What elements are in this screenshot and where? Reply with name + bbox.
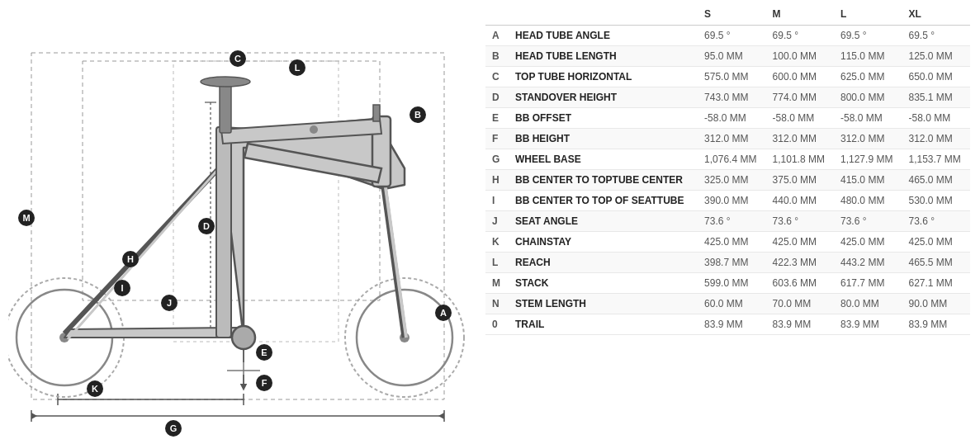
svg-text:D: D: [203, 221, 210, 231]
row-value-xl: 69.5 °: [902, 26, 970, 46]
svg-rect-38: [220, 82, 231, 133]
row-value-m: 312.0 MM: [766, 129, 834, 149]
row-value-l: 80.0 MM: [834, 294, 902, 314]
row-value-xl: 627.1 MM: [902, 273, 970, 294]
row-value-s: 575.0 MM: [698, 67, 765, 87]
col-header-id: [485, 3, 509, 26]
svg-point-35: [232, 326, 255, 349]
row-value-m: 440.0 MM: [766, 191, 834, 211]
row-value-xl: 90.0 MM: [902, 294, 970, 314]
row-value-s: 73.6 °: [698, 211, 765, 232]
row-value-l: 625.0 MM: [834, 67, 902, 87]
row-value-l: 83.9 MM: [834, 314, 902, 335]
row-value-m: 600.0 MM: [766, 67, 834, 87]
row-value-m: 375.0 MM: [766, 170, 834, 191]
table-header-row: S M L XL: [485, 3, 970, 26]
row-value-m: 774.0 MM: [766, 87, 834, 108]
row-measurement-name: REACH: [509, 253, 698, 273]
row-measurement-name: BB OFFSET: [509, 108, 698, 129]
table-row: GWHEEL BASE1,076.4 MM1,101.8 MM1,127.9 M…: [485, 149, 970, 170]
row-value-m: -58.0 MM: [766, 108, 834, 129]
row-id: 0: [485, 314, 509, 335]
row-value-l: 617.7 MM: [834, 273, 902, 294]
row-value-s: 390.0 MM: [698, 191, 765, 211]
row-measurement-name: BB CENTER TO TOPTUBE CENTER: [509, 170, 698, 191]
svg-line-28: [68, 168, 219, 339]
table-row: KCHAINSTAY425.0 MM425.0 MM425.0 MM425.0 …: [485, 232, 970, 253]
row-value-m: 73.6 °: [766, 211, 834, 232]
row-id: F: [485, 129, 509, 149]
row-value-l: 115.0 MM: [834, 46, 902, 67]
table-row: IBB CENTER TO TOP OF SEATTUBE390.0 MM440…: [485, 191, 970, 211]
row-value-xl: 465.5 MM: [902, 253, 970, 273]
svg-text:L: L: [295, 63, 301, 73]
row-measurement-name: BB HEIGHT: [509, 129, 698, 149]
svg-point-39: [201, 77, 250, 87]
svg-line-30: [386, 187, 406, 338]
table-row: MSTACK599.0 MM603.6 MM617.7 MM627.1 MM: [485, 273, 970, 294]
row-measurement-name: TRAIL: [509, 314, 698, 335]
row-measurement-name: CHAINSTAY: [509, 232, 698, 253]
row-id: H: [485, 170, 509, 191]
row-measurement-name: HEAD TUBE LENGTH: [509, 46, 698, 67]
row-value-s: 312.0 MM: [698, 129, 765, 149]
table-row: DSTANDOVER HEIGHT743.0 MM774.0 MM800.0 M…: [485, 87, 970, 108]
row-id: C: [485, 67, 509, 87]
svg-text:F: F: [262, 378, 267, 388]
row-value-s: -58.0 MM: [698, 108, 765, 129]
row-value-s: 60.0 MM: [698, 294, 765, 314]
row-value-l: 800.0 MM: [834, 87, 902, 108]
row-value-m: 70.0 MM: [766, 294, 834, 314]
row-id: D: [485, 87, 509, 108]
row-id: B: [485, 46, 509, 67]
row-value-s: 69.5 °: [698, 26, 765, 46]
row-value-xl: 530.0 MM: [902, 191, 970, 211]
svg-text:C: C: [234, 54, 241, 64]
row-value-m: 425.0 MM: [766, 232, 834, 253]
row-measurement-name: STANDOVER HEIGHT: [509, 87, 698, 108]
row-id: L: [485, 253, 509, 273]
row-measurement-name: HEAD TUBE ANGLE: [509, 26, 698, 46]
row-value-m: 1,101.8 MM: [766, 149, 834, 170]
row-value-l: 1,127.9 MM: [834, 149, 902, 170]
row-value-m: 603.6 MM: [766, 273, 834, 294]
svg-text:M: M: [22, 213, 30, 223]
row-value-xl: 425.0 MM: [902, 232, 970, 253]
row-value-s: 1,076.4 MM: [698, 149, 765, 170]
table-row: NSTEM LENGTH60.0 MM70.0 MM80.0 MM90.0 MM: [485, 294, 970, 314]
row-id: E: [485, 108, 509, 129]
row-value-xl: 835.1 MM: [902, 87, 970, 108]
svg-rect-32: [216, 127, 231, 338]
row-value-s: 398.7 MM: [698, 253, 765, 273]
table-row: HBB CENTER TO TOPTUBE CENTER325.0 MM375.…: [485, 170, 970, 191]
bike-svg: A B C D E F G H I: [8, 7, 471, 437]
row-id: J: [485, 211, 509, 232]
row-measurement-name: STEM LENGTH: [509, 294, 698, 314]
row-value-xl: 312.0 MM: [902, 129, 970, 149]
row-measurement-name: SEAT ANGLE: [509, 211, 698, 232]
row-measurement-name: WHEEL BASE: [509, 149, 698, 170]
table-row: LREACH398.7 MM422.3 MM443.2 MM465.5 MM: [485, 253, 970, 273]
table-row: 0TRAIL83.9 MM83.9 MM83.9 MM83.9 MM: [485, 314, 970, 335]
row-id: G: [485, 149, 509, 170]
svg-marker-10: [31, 413, 37, 419]
row-id: M: [485, 273, 509, 294]
col-header-l: L: [834, 3, 902, 26]
row-value-l: -58.0 MM: [834, 108, 902, 129]
table-row: FBB HEIGHT312.0 MM312.0 MM312.0 MM312.0 …: [485, 129, 970, 149]
row-value-m: 100.0 MM: [766, 46, 834, 67]
row-measurement-name: STACK: [509, 273, 698, 294]
svg-point-37: [310, 125, 318, 134]
row-value-m: 422.3 MM: [766, 253, 834, 273]
svg-text:A: A: [440, 308, 447, 318]
row-measurement-name: BB CENTER TO TOP OF SEATTUBE: [509, 191, 698, 211]
row-value-l: 480.0 MM: [834, 191, 902, 211]
row-value-xl: 465.0 MM: [902, 170, 970, 191]
row-value-l: 312.0 MM: [834, 129, 902, 149]
col-header-s: S: [698, 3, 765, 26]
col-header-m: M: [766, 3, 834, 26]
svg-text:J: J: [167, 298, 172, 308]
svg-rect-2: [173, 61, 339, 342]
row-value-s: 743.0 MM: [698, 87, 765, 108]
row-value-l: 443.2 MM: [834, 253, 902, 273]
